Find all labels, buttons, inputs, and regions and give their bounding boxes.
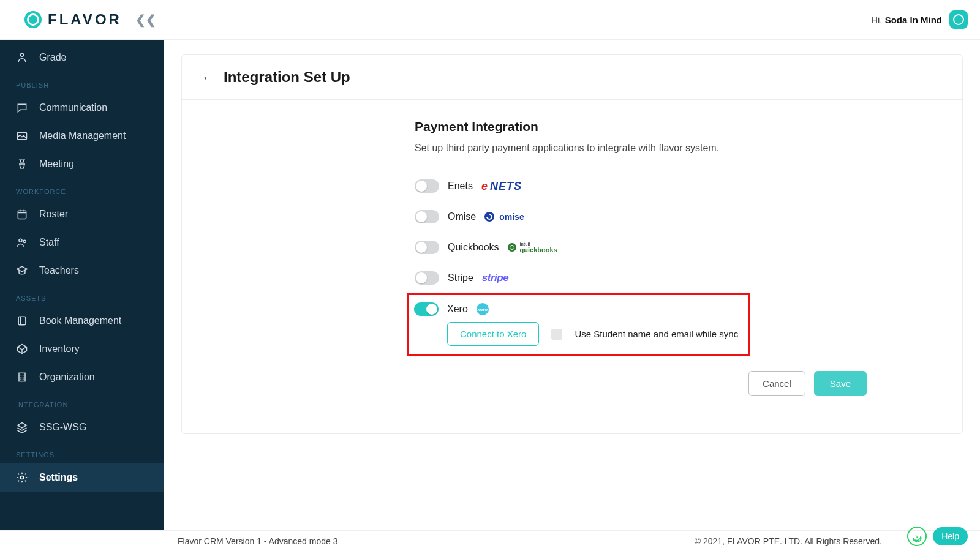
cancel-button[interactable]: Cancel <box>748 371 805 396</box>
sidebar-item-label: Meeting <box>39 159 74 170</box>
sidebar-item-settings[interactable]: Settings <box>0 463 164 492</box>
connect-xero-button[interactable]: Connect to Xero <box>447 322 539 346</box>
greeting-prefix: Hi, <box>871 15 885 25</box>
sidebar-group-settings: SETTINGS <box>0 441 164 463</box>
book-icon <box>16 315 28 327</box>
integration-card: ← Integration Set Up Payment Integration… <box>181 54 963 434</box>
xero-logo-icon: xero <box>477 303 489 315</box>
toggle-quickbooks[interactable] <box>415 241 439 254</box>
save-button[interactable]: Save <box>814 371 867 396</box>
podium-icon <box>16 158 28 170</box>
graduation-icon <box>16 264 28 277</box>
sidebar-item-label: Settings <box>39 472 78 483</box>
svg-rect-6 <box>19 373 25 381</box>
back-arrow-icon[interactable]: ← <box>202 70 214 84</box>
app-header: FLAVOR ❮❮ Hi, Soda In Mind <box>0 0 980 40</box>
gear-icon <box>16 471 28 484</box>
toggle-stripe[interactable] <box>415 271 439 285</box>
sidebar-collapse-icon[interactable]: ❮❮ <box>135 12 156 27</box>
header-right: Hi, Soda In Mind <box>871 10 968 29</box>
quickbooks-logo-icon: intuitquickbooks <box>508 242 557 253</box>
header-left: FLAVOR ❮❮ <box>24 11 156 28</box>
calendar-icon <box>16 208 28 220</box>
media-icon <box>16 130 28 142</box>
integration-row-stripe: Stripe stripe <box>415 263 886 293</box>
sidebar-item-inventory[interactable]: Inventory <box>0 335 164 363</box>
grade-icon <box>16 51 28 64</box>
app-footer: Flavor CRM Version 1 - Advanced mode 3 ©… <box>0 530 980 551</box>
sidebar-group-integration: INTEGRATION <box>0 391 164 413</box>
help-button[interactable]: Help <box>933 527 968 545</box>
sidebar-group-assets: ASSETS <box>0 285 164 307</box>
integration-row-omise: Omise omise <box>415 201 886 232</box>
sidebar-item-label: Teachers <box>39 265 79 276</box>
box-icon <box>16 343 28 355</box>
sidebar-item-organization[interactable]: Organization <box>0 363 164 391</box>
sidebar-item-teachers[interactable]: Teachers <box>0 257 164 285</box>
stripe-logo-icon: stripe <box>482 272 508 284</box>
omise-logo-icon: omise <box>484 212 524 222</box>
integration-row-xero: Xero xero <box>414 298 744 316</box>
sidebar-item-label: Communication <box>39 102 107 113</box>
card-body: Payment Integration Set up third party p… <box>182 100 886 416</box>
integration-label: Stripe <box>448 272 473 283</box>
svg-point-4 <box>23 240 26 242</box>
chat-icon <box>16 102 28 114</box>
card-header: ← Integration Set Up <box>182 55 962 100</box>
sidebar-item-label: Book Management <box>39 315 121 326</box>
sidebar-item-staff[interactable]: Staff <box>0 228 164 257</box>
app-logo[interactable]: FLAVOR <box>24 11 122 28</box>
sidebar-item-label: Media Management <box>39 130 126 141</box>
sidebar-item-media[interactable]: Media Management <box>0 122 164 150</box>
layers-icon <box>16 421 28 433</box>
svg-point-3 <box>19 239 22 242</box>
footer-version: Flavor CRM Version 1 - Advanced mode 3 <box>178 536 337 546</box>
toggle-xero[interactable] <box>414 302 439 316</box>
svg-point-0 <box>21 53 24 56</box>
svg-rect-2 <box>18 211 26 219</box>
sidebar-item-book[interactable]: Book Management <box>0 307 164 335</box>
logo-icon <box>24 11 42 28</box>
footer-copyright: © 2021, FLAVOR PTE. LTD. All Rights Rese… <box>695 536 882 546</box>
sidebar-item-grade[interactable]: Grade <box>0 43 164 72</box>
xero-subrow: Connect to Xero Use Student name and ema… <box>447 322 744 346</box>
sidebar-group-workforce: WORKFORCE <box>0 178 164 200</box>
user-greeting: Hi, Soda In Mind <box>871 15 942 25</box>
integration-label: Xero <box>447 304 468 315</box>
sidebar-item-communication[interactable]: Communication <box>0 94 164 122</box>
toggle-enets[interactable] <box>415 179 439 193</box>
toggle-omise[interactable] <box>415 210 439 223</box>
logo-text: FLAVOR <box>48 11 122 28</box>
integration-label: Quickbooks <box>448 242 499 253</box>
sidebar-item-label: Staff <box>39 237 59 248</box>
main-area: ← Integration Set Up Payment Integration… <box>164 40 980 539</box>
card-actions: Cancel Save <box>415 356 886 396</box>
people-icon <box>16 236 28 249</box>
sidebar-item-label: Roster <box>39 209 68 220</box>
integration-row-enets: Enets eNETS <box>415 171 886 201</box>
sidebar-item-ssgwsg[interactable]: SSG-WSG <box>0 413 164 441</box>
sidebar-item-roster[interactable]: Roster <box>0 200 164 228</box>
sidebar-item-label: Grade <box>39 52 66 63</box>
integration-row-quickbooks: Quickbooks intuitquickbooks <box>415 232 886 263</box>
sidebar-group-publish: PUBLISH <box>0 72 164 94</box>
whatsapp-icon[interactable] <box>907 527 927 546</box>
svg-rect-5 <box>18 317 26 324</box>
section-title: Payment Integration <box>415 119 886 134</box>
page-title: Integration Set Up <box>224 69 350 86</box>
sidebar-item-label: SSG-WSG <box>39 422 86 433</box>
sidebar-item-meeting[interactable]: Meeting <box>0 150 164 178</box>
xero-sync-checkbox[interactable] <box>551 329 562 340</box>
integration-label: Enets <box>448 181 473 192</box>
sidebar-item-label: Inventory <box>39 343 80 354</box>
avatar[interactable] <box>949 10 968 29</box>
floating-badges: Help <box>907 527 968 546</box>
user-name: Soda In Mind <box>885 15 942 25</box>
sidebar: Grade PUBLISH Communication Media Manage… <box>0 40 164 539</box>
section-description: Set up third party payment applications … <box>415 143 886 154</box>
building-icon <box>16 371 28 383</box>
integration-row-xero-highlighted: Xero xero Connect to Xero Use Student na… <box>407 293 750 356</box>
enets-logo-icon: eNETS <box>481 180 522 193</box>
sidebar-item-label: Organization <box>39 372 95 383</box>
xero-sync-checkbox-label: Use Student name and email while sync <box>575 329 738 339</box>
